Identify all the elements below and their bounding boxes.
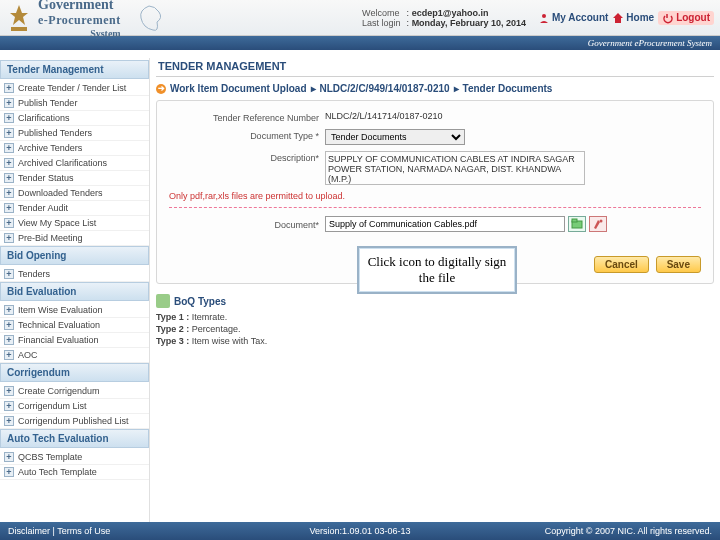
svg-point-4 [600,220,603,223]
sidebar-item-label: Tender Audit [18,203,68,213]
logout-icon [662,12,674,24]
desc-label: Description* [169,151,319,163]
expand-icon: + [4,188,14,198]
my-account-link[interactable]: My Account [538,11,608,25]
welcome-label: Welcome [362,8,401,18]
sidebar-item[interactable]: +Technical Evaluation [0,318,149,333]
sidebar-item-label: Published Tenders [18,128,92,138]
breadcrumb-sep: ▸ [454,83,459,94]
expand-icon: + [4,218,14,228]
divider [169,207,701,208]
expand-icon: + [4,233,14,243]
save-button[interactable]: Save [656,256,701,273]
description-textarea[interactable]: SUPPLY OF COMMUNICATION CABLES AT INDIRA… [325,151,585,185]
sidebar-item[interactable]: +Publish Tender [0,96,149,111]
breadcrumb-item-1[interactable]: Work Item Document Upload [170,83,307,94]
expand-icon: + [4,98,14,108]
sidebar-item[interactable]: +AOC [0,348,149,363]
sidebar-item[interactable]: +Clarifications [0,111,149,126]
sidebar-item[interactable]: +Tender Audit [0,201,149,216]
lastlogin-label: Last login [362,18,401,28]
doctype-label: Document Type * [169,129,319,141]
sidebar-item[interactable]: +Item Wise Evaluation [0,303,149,318]
sidebar-item-label: Clarifications [18,113,70,123]
sidebar-item-label: Corrigendum List [18,401,87,411]
sidebar-item[interactable]: +Create Tender / Tender List [0,81,149,96]
boq-type2-label: Type 2 : [156,324,189,334]
sidebar-item-label: Archive Tenders [18,143,82,153]
sidebar-item[interactable]: +View My Space List [0,216,149,231]
sidebar-item[interactable]: +Pre-Bid Meeting [0,231,149,246]
brand-title: Government e-Procurement System [38,0,121,39]
sidebar-item[interactable]: +Tender Status [0,171,149,186]
sidebar-item[interactable]: +Archive Tenders [0,141,149,156]
header: Government e-Procurement System Welcome … [0,0,720,36]
footer-copyright: Copyright © 2007 NIC. All rights reserve… [545,526,712,536]
sidebar-item-label: Tender Status [18,173,74,183]
lastlogin-value: Monday, February 10, 2014 [412,18,526,28]
breadcrumb-item-2[interactable]: NLDC/2/C/949/14/0187-0210 [320,83,450,94]
sidebar-item[interactable]: +Auto Tech Template [0,465,149,480]
sidebar-item-label: View My Space List [18,218,96,228]
sidebar-item[interactable]: +Published Tenders [0,126,149,141]
boq-icon [156,294,170,308]
sidebar-item[interactable]: +Corrigendum List [0,399,149,414]
expand-icon: + [4,305,14,315]
breadcrumb: ➔ Work Item Document Upload ▸ NLDC/2/C/9… [156,83,714,94]
svg-rect-3 [572,219,577,222]
sidebar-item-label: Auto Tech Template [18,467,97,477]
sidebar-item-label: Downloaded Tenders [18,188,102,198]
footer-terms-link[interactable]: Terms of Use [57,526,110,536]
sidebar-item[interactable]: +Downloaded Tenders [0,186,149,201]
sidebar-item-label: Item Wise Evaluation [18,305,103,315]
sidebar-item[interactable]: +QCBS Template [0,450,149,465]
expand-icon: + [4,113,14,123]
boq-types: BoQ Types Type 1 : Itemrate. Type 2 : Pe… [156,294,714,346]
sidebar-item-label: Technical Evaluation [18,320,100,330]
expand-icon: + [4,401,14,411]
boq-header: BoQ Types [174,296,226,307]
sign-callout: Click icon to digitally sign the file [357,246,517,294]
welcome-user: ecdep1@yahoo.in [412,8,489,18]
footer-disclaimer-link[interactable]: Disclaimer [8,526,50,536]
sidebar-item[interactable]: +Create Corrigendum [0,384,149,399]
boq-type1-value: Itemrate. [192,312,228,322]
logout-link[interactable]: Logout [658,11,714,25]
sidebar-item-label: Archived Clarifications [18,158,107,168]
main-content: TENDER MANAGEMENT ➔ Work Item Document U… [150,58,720,522]
home-link[interactable]: Home [612,11,654,25]
sidebar-item[interactable]: +Tenders [0,267,149,282]
document-label: Document* [169,218,319,230]
boq-type3-label: Type 3 : [156,336,189,346]
national-emblem-icon [4,3,34,33]
footer-version: Version:1.09.01 03-06-13 [309,526,410,536]
sidebar-item[interactable]: +Archived Clarifications [0,156,149,171]
browse-icon[interactable] [568,216,586,232]
doctype-select[interactable]: Tender Documents [325,129,465,145]
breadcrumb-item-3[interactable]: Tender Documents [463,83,553,94]
svg-point-1 [542,14,546,18]
user-icon [538,12,550,24]
brand-line2: e-Procurement [38,13,121,28]
sidebar-item[interactable]: +Corrigendum Published List [0,414,149,429]
sidebar-item-label: Create Tender / Tender List [18,83,126,93]
upload-note: Only pdf,rar,xls files are permitted to … [169,191,701,201]
expand-icon: + [4,350,14,360]
expand-icon: + [4,335,14,345]
expand-icon: + [4,416,14,426]
sidebar-item-label: Tenders [18,269,50,279]
cancel-button[interactable]: Cancel [594,256,649,273]
expand-icon: + [4,203,14,213]
expand-icon: + [4,269,14,279]
expand-icon: + [4,143,14,153]
svg-rect-0 [11,27,27,31]
sidebar-item-label: Create Corrigendum [18,386,100,396]
section-heading: TENDER MANAGEMENT [156,58,714,77]
breadcrumb-arrow-icon: ➔ [156,84,166,94]
document-filename-input[interactable] [325,216,565,232]
digital-sign-icon[interactable] [589,216,607,232]
expand-icon: + [4,128,14,138]
home-icon [612,12,624,24]
sidebar-item[interactable]: +Financial Evaluation [0,333,149,348]
boq-type3-value: Item wise with Tax. [192,336,267,346]
